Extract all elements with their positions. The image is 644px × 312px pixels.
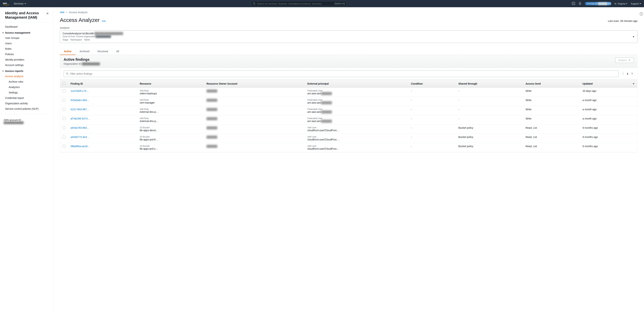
sidebar-item-user-groups[interactable]: User Groups <box>0 35 53 41</box>
finding-id-link[interactable]: a9c6a783-863… <box>70 126 89 129</box>
sidebar-item-organization-activity[interactable]: Organization activity <box>0 101 53 106</box>
analyzer-select[interactable]: ConsoleAnalyzer-bc3bc4d6-███████████████… <box>60 30 638 43</box>
select-all-checkbox[interactable] <box>62 82 66 85</box>
page-title: Access Analyzer Info <box>60 17 106 23</box>
condition-cell: - <box>408 106 456 115</box>
org-id-value: ██████████ <box>82 62 100 65</box>
last-scan: Last scan: 28 minutes ago <box>608 20 638 22</box>
resource-type: IAM Role <box>140 90 202 92</box>
updated-cell: a month ago <box>580 115 637 124</box>
finding-id-link[interactable]: 08bd0fea-aa18… <box>70 145 90 148</box>
analyzer-name-text: ConsoleAnalyzer-bc3bc4d6- <box>62 32 94 35</box>
caret-down-icon: ▼ <box>632 35 635 38</box>
tab-resolved[interactable]: Resolved <box>94 48 112 55</box>
col-finding-id[interactable]: Finding ID <box>68 80 137 88</box>
analyzer-label: Analyzer <box>60 26 638 29</box>
search-input[interactable] <box>257 2 333 5</box>
sidebar-item-users[interactable]: Users <box>0 41 53 46</box>
analyzer-subtitle-2: Stage Namespace Name <box>62 38 123 42</box>
col-shared-through[interactable]: Shared through <box>456 80 523 88</box>
filter-input[interactable] <box>70 72 616 75</box>
resource-name: bb-apps-prd-fr… <box>140 138 202 141</box>
pagination: 1 <box>622 71 634 76</box>
svg-point-1 <box>253 3 255 4</box>
support-menu[interactable]: Support <box>630 2 641 5</box>
finding-id-link[interactable]: af7de296-b374… <box>70 117 90 120</box>
col-owner[interactable]: Resource Owner Account <box>204 80 305 88</box>
sidebar-section-access-reports[interactable]: ▼ Access reports <box>0 68 53 74</box>
close-icon[interactable]: ✕ <box>46 11 50 16</box>
tab-archived[interactable]: Archived <box>76 48 94 55</box>
search-icon <box>66 72 68 75</box>
info-link[interactable]: Info <box>102 20 106 22</box>
sidebar-header: Identity and Access Management (IAM) ✕ <box>0 10 53 22</box>
svg-point-7 <box>641 13 642 14</box>
caret-down-icon <box>640 3 641 4</box>
sidebar-section-access-management[interactable]: ▼ Access management <box>0 30 53 35</box>
external-principal-type: Federated User <box>307 108 406 110</box>
aws-logo[interactable]: aws <box>3 2 10 6</box>
sidebar-item-credential-report[interactable]: Credential report <box>0 95 53 101</box>
resource-type: IAM Role <box>140 117 202 120</box>
topnav-right: DevOps @ ██████ N. Virginia Support <box>572 2 641 6</box>
account-menu[interactable]: DevOps @ ██████ <box>585 2 611 5</box>
col-condition[interactable]: Condition <box>408 80 456 88</box>
page-next-button[interactable] <box>630 71 634 76</box>
access-level-cell: Write <box>523 88 580 97</box>
actions-button[interactable]: Actions ▼ <box>615 58 634 63</box>
owner-account: ██████ <box>206 90 217 92</box>
row-checkbox[interactable] <box>62 90 66 92</box>
global-search[interactable]: [Option+S] <box>251 1 347 6</box>
sidebar-item-scp[interactable]: Service control policies (SCP) <box>0 106 53 112</box>
external-principal-type: Federated User <box>307 117 406 120</box>
page-prev-button[interactable] <box>622 71 625 76</box>
info-panel-toggle[interactable] <box>638 11 644 17</box>
sidebar-item-policies[interactable]: Policies <box>0 52 53 57</box>
sidebar-item-account-settings[interactable]: Account settings <box>0 62 53 68</box>
row-checkbox[interactable] <box>62 136 66 138</box>
owner-account: ██████ <box>206 99 217 102</box>
tabs: Active Archived Resolved All <box>60 48 638 55</box>
shared-through-cell: - <box>456 115 523 124</box>
row-checkbox[interactable] <box>62 145 66 148</box>
col-resource[interactable]: Resource <box>137 80 204 88</box>
finding-id-link[interactable]: 1ca7cb05-c7e… <box>70 90 89 92</box>
external-principal-name: arn:aws:iam██████ <box>307 92 406 95</box>
tab-all[interactable]: All <box>112 48 123 55</box>
cloudshell-icon[interactable] <box>572 2 575 6</box>
sort-desc-icon: ▼ <box>632 82 635 85</box>
triangle-down-icon: ▼ <box>2 32 4 34</box>
finding-id-link[interactable]: a433d773-4e3… <box>70 136 89 138</box>
panel-title-block: Active findings Organization ID ████████… <box>64 58 100 65</box>
row-checkbox[interactable] <box>62 99 66 102</box>
external-principal-name: cloudfront:user/CloudFron… <box>307 147 406 150</box>
access-level-cell: Write <box>523 106 580 115</box>
col-access-level[interactable]: Access level <box>523 80 580 88</box>
sidebar-item-roles[interactable]: Roles <box>0 46 53 52</box>
finding-id-link[interactable]: 42317603-867… <box>70 108 89 111</box>
col-external-principal[interactable]: External principal <box>305 80 408 88</box>
row-checkbox[interactable] <box>62 108 66 111</box>
region-menu[interactable]: N. Virginia <box>614 2 628 5</box>
tab-active[interactable]: Active <box>60 48 76 55</box>
breadcrumb-root[interactable]: IAM <box>60 11 64 14</box>
row-checkbox[interactable] <box>62 117 66 120</box>
sidebar-item-archive-rules[interactable]: Archive rules <box>0 79 53 84</box>
filter-row: 1 <box>60 68 637 80</box>
sidebar-item-analyzers[interactable]: Analyzers <box>0 84 53 90</box>
filter-input-wrap[interactable] <box>64 70 618 77</box>
caret-down-icon <box>608 3 610 4</box>
sidebar-item-dashboard[interactable]: Dashboard <box>0 24 53 30</box>
services-menu[interactable]: Services <box>14 2 26 5</box>
sidebar-item-settings[interactable]: Settings <box>0 90 53 95</box>
external-principal-type: IAM User <box>307 126 406 129</box>
table-row: 08bd0fea-aa18…S3 Bucketbb-apps-prd-s…███… <box>60 143 637 152</box>
table-row: a9c6a783-863…S3 Bucketbb-apps-devst…████… <box>60 124 637 134</box>
finding-id-link[interactable]: 523a0ab1-bb3… <box>70 99 89 102</box>
col-updated[interactable]: Updated▼ <box>580 80 637 88</box>
notifications-icon[interactable] <box>578 2 582 6</box>
sidebar-item-access-analyzer[interactable]: Access analyzer <box>0 74 53 79</box>
sidebar-item-identity-providers[interactable]: Identity providers <box>0 57 53 62</box>
resource-type: S3 Bucket <box>140 126 202 129</box>
row-checkbox[interactable] <box>62 126 66 129</box>
